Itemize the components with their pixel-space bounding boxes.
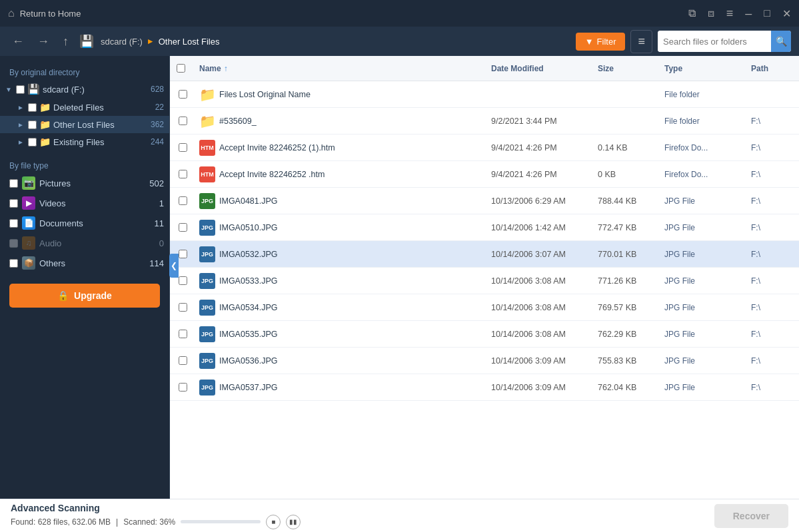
table-row[interactable]: JPG IMGA0536.JPG 10/14/2006 3:09 AM 755.… [170,348,799,374]
row-date-4: 10/13/2006 6:29 AM [486,196,592,206]
table-row[interactable]: JPG IMGA0534.JPG 10/14/2006 3:08 AM 769.… [170,294,799,321]
file-thumb-1: 📁 [199,113,215,129]
expand-icon-sdcard: ▼ [5,86,13,93]
tree-item-sdcard[interactable]: ▼ 💾 sdcard (F:) 628 [0,80,169,99]
row-path-4: F:\ [746,196,799,206]
row-checkbox-9[interactable] [170,330,194,338]
upgrade-button[interactable]: 🔒 Upgrade [9,284,160,308]
row-check-2[interactable] [179,143,187,152]
row-checkbox-4[interactable] [170,196,194,205]
row-date-2: 9/4/2021 4:26 PM [486,143,592,152]
menu-button[interactable]: ≡ [630,30,652,53]
checkbox-otherlost[interactable] [28,121,37,129]
filetype-documents-count: 11 [155,218,164,228]
th-checkbox[interactable] [170,64,194,73]
checkbox-documents[interactable] [9,219,18,228]
search-button[interactable]: 🔍 [771,31,791,52]
row-check-10[interactable] [179,356,187,365]
folder-icon-existing: 📁 [39,136,51,147]
row-check-3[interactable] [179,170,187,178]
row-checkbox-5[interactable] [170,223,194,232]
row-check-4[interactable] [179,196,187,205]
filetype-audio[interactable]: ♫ Audio 0 [0,233,169,253]
maximize-icon[interactable]: □ [764,7,770,19]
breadcrumb: sdcard (F:) ► Other Lost Files [101,37,220,47]
row-checkbox-8[interactable] [170,303,194,312]
folder-icon-deleted: 📁 [39,102,51,113]
row-checkbox-10[interactable] [170,356,194,365]
back-button[interactable]: ← [8,32,28,51]
collapse-sidebar-arrow[interactable]: ❮ [169,254,179,278]
filetype-documents[interactable]: 📄 Documents 11 [0,213,169,233]
th-name[interactable]: Name ↑ [194,64,486,73]
recover-button[interactable]: Recover [714,504,788,528]
row-checkbox-3[interactable] [170,170,194,178]
minimize-icon[interactable]: – [745,7,752,21]
row-check-11[interactable] [179,383,187,392]
table-row[interactable]: 📁 Files Lost Original Name File folder [170,81,799,108]
scanned-label: Scanned: 36% [123,517,175,527]
checkbox-sdcard[interactable] [16,85,25,94]
th-type[interactable]: Type [659,64,746,73]
select-all-checkbox[interactable] [177,64,185,73]
table-row[interactable]: JPG IMGA0481.JPG 10/13/2006 6:29 AM 788.… [170,188,799,214]
table-row[interactable]: 📁 #535609_ 9/2/2021 3:44 PM File folder … [170,108,799,134]
row-check-0[interactable] [179,90,187,99]
row-checkbox-11[interactable] [170,383,194,392]
table-row[interactable]: HTM Accept Invite 82246252 .htm 9/4/2021… [170,161,799,188]
table-row[interactable]: JPG IMGA0533.JPG 10/14/2006 3:08 AM 771.… [170,268,799,294]
filetype-others[interactable]: 📦 Others 114 [0,253,169,273]
table-row[interactable]: JPG IMGA0537.JPG 10/14/2006 3:09 AM 762.… [170,374,799,401]
table-row[interactable]: JPG IMGA0510.JPG 10/14/2006 1:42 AM 772.… [170,214,799,241]
tree-item-otherlost[interactable]: ► 📁 Other Lost Files 362 [0,116,169,133]
row-size-4: 788.44 KB [592,196,659,206]
row-check-7[interactable] [179,276,187,285]
row-check-9[interactable] [179,330,187,338]
row-checkbox-2[interactable] [170,143,194,152]
file-thumb-8: JPG [199,300,215,316]
row-name-text-6: IMGA0532.JPG [219,250,278,259]
row-type-9: JPG File [659,330,746,339]
filetype-pictures[interactable]: 📷 Pictures 502 [0,173,169,193]
export-icon[interactable]: ⧈ [708,7,714,19]
th-date-label: Date Modified [491,64,544,73]
filetype-videos[interactable]: ▶ Videos 1 [0,193,169,213]
th-size[interactable]: Size [592,64,659,73]
hamburger-icon[interactable]: ≡ [726,7,734,21]
table-row[interactable]: JPG IMGA0532.JPG 10/14/2006 3:07 AM 770.… [170,241,799,268]
tree-item-existing[interactable]: ► 📁 Existing Files 244 [0,133,169,150]
row-check-8[interactable] [179,303,187,312]
row-check-5[interactable] [179,223,187,232]
tree-item-deleted[interactable]: ► 📁 Deleted Files 22 [0,99,169,116]
row-check-1[interactable] [179,117,187,125]
sort-arrow: ↑ [224,64,228,73]
share-icon[interactable]: ⧉ [688,7,696,19]
checkbox-deleted[interactable] [28,103,37,112]
checkbox-pictures[interactable] [9,179,18,188]
forward-button[interactable]: → [33,32,53,51]
row-checkbox-0[interactable] [170,90,194,99]
stop-button[interactable]: ■ [266,515,281,529]
table-row[interactable]: JPG IMGA0535.JPG 10/14/2006 3:08 AM 762.… [170,321,799,348]
th-date[interactable]: Date Modified [486,64,592,73]
row-check-6[interactable] [179,250,187,258]
up-button[interactable]: ↑ [59,32,73,51]
checkbox-audio[interactable] [9,239,18,248]
filter-button[interactable]: ▼ Filter [576,33,626,51]
filter-icon: ▼ [585,37,594,47]
file-thumb-5: JPG [199,220,215,236]
checkbox-others[interactable] [9,259,18,268]
file-thumb-10: JPG [199,353,215,369]
th-path[interactable]: Path [746,64,799,73]
checkbox-existing[interactable] [28,138,37,146]
sidebar: By original directory ▼ 💾 sdcard (F:) 62… [0,56,170,499]
search-input[interactable] [658,31,771,52]
row-checkbox-7[interactable] [170,276,194,285]
close-icon[interactable]: ✕ [782,7,791,20]
tree-label-existing: Existing Files [53,137,105,147]
pause-button[interactable]: ▮▮ [286,515,301,529]
table-row[interactable]: HTM Accept Invite 82246252 (1).htm 9/4/2… [170,134,799,161]
row-checkbox-1[interactable] [170,117,194,125]
checkbox-videos[interactable] [9,199,18,208]
breadcrumb-location[interactable]: sdcard (F:) [101,37,143,47]
